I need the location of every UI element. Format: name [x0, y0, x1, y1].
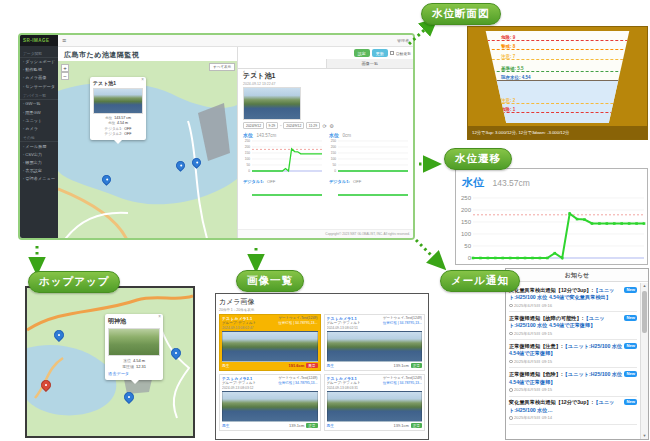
card-footer: 再生191.6cm異常 — [222, 363, 318, 368]
cross-section-area: 危険: 9警戒: 8注意: 7基準値: 5.5現在水位: 4.54注意: 2危険… — [472, 31, 643, 123]
svg-text:50: 50 — [464, 243, 471, 249]
scrollbar-thumb[interactable] — [642, 291, 647, 333]
sidebar-item[interactable]: ユニット — [20, 116, 58, 124]
notification-item[interactable]: New正常復帰通知【故障の可能性】:【ユニット:H25/100 水位 4.54値… — [509, 312, 637, 340]
svg-text:100: 100 — [461, 231, 472, 237]
location-link[interactable]: 位置情報 | 34.78795,13... — [383, 321, 422, 326]
date-from-input[interactable]: 2024/9/12 — [243, 122, 264, 129]
sidebar-item[interactable]: 帳票出力 — [20, 158, 58, 166]
cross-section-footer: 12分で3up: 3.000/12分, 12分で3down: -3.000/12… — [468, 126, 647, 139]
sidebar-item[interactable]: CSV出力 — [20, 150, 58, 158]
threshold-label: 注意: 7 — [501, 54, 515, 59]
panel-title: カメラ画像 — [219, 297, 425, 307]
row-label: 水位 — [123, 358, 131, 363]
sidebar-item[interactable]: カメラ画像 — [20, 74, 58, 82]
date-to-input[interactable]: 2024/9/12 — [283, 122, 304, 129]
camera-card[interactable]: テストカメラ3.1ゲートウェイ-Test(1249)グループ: デフォルト位置情… — [324, 374, 426, 431]
popup-row: 水位4.54 m — [93, 121, 143, 125]
settings-button[interactable]: 設定 — [354, 49, 370, 57]
zoom-in-button[interactable]: + — [61, 64, 69, 72]
sidebar-item[interactable]: ダッシュボード — [20, 58, 58, 66]
notification-item[interactable]: New変化量異常検出通知【12分で3up】:【ユニット:H25/100 水位 4… — [509, 284, 637, 312]
location-link[interactable]: 位置情報 | 34.78795,13... — [383, 381, 422, 386]
label-image-list: 画像一覧 — [236, 270, 304, 292]
popup-photo[interactable] — [108, 328, 160, 356]
popup-row: デジタル1:OFF — [93, 127, 143, 131]
svg-text:100: 100 — [245, 157, 251, 161]
gear-icon[interactable]: ⚙ — [329, 123, 333, 129]
row-value: OFF — [124, 127, 131, 131]
sidebar-item[interactable]: 管理者メニュー — [20, 175, 58, 183]
map-view[interactable]: + − すべて表示 × テスト池1 水位143.57 cm水位4.54 mデジタ… — [58, 61, 237, 240]
camera-photo[interactable] — [243, 87, 301, 120]
update-button[interactable]: 更新 — [372, 49, 388, 57]
popup-title: 明神池 — [108, 317, 160, 326]
auto-update-checkbox[interactable] — [390, 51, 394, 55]
camera-thumbnail[interactable] — [222, 331, 318, 362]
sidebar-item[interactable]: GW一覧 — [20, 100, 58, 108]
notification-title: 正常復帰通知【注意】: — [509, 343, 563, 349]
notification-item[interactable]: New変化量異常検出通知【12分で3up】:【ユニット:H25/100 水位…2… — [509, 397, 637, 425]
popup-rows: 水位143.57 cm水位4.54 mデジタル1:OFFデジタル2:OFF — [93, 116, 143, 137]
notification-time: 2025年6月5日 09:14 — [509, 415, 637, 421]
pond-title: テスト池1 — [243, 71, 408, 81]
notification-item[interactable]: New正常復帰通知【注意】:【ユニット:H25/100 水位 4.54値で正常復… — [509, 340, 637, 368]
camera-card[interactable]: テストカメラ1.1ゲートウェイ-Test(1249)グループ: デフォルト位置情… — [324, 314, 426, 371]
svg-text:150: 150 — [461, 219, 472, 225]
sidebar-item[interactable]: 雨量GW — [20, 108, 58, 116]
sidebar-item[interactable]: 表示設定 — [20, 167, 58, 175]
page-title: 広島市ため池遠隔監視 — [64, 50, 139, 60]
main-app-screenshot: SR-IMAGE データ閲覧ダッシュボード動作監視カメラ画像センサーデータデバイ… — [18, 33, 415, 240]
capture-timestamp: 2024-09-13 08:03:12 — [222, 386, 253, 390]
camera-thumbnail[interactable] — [222, 391, 318, 422]
svg-text:250: 250 — [245, 139, 251, 143]
close-icon[interactable]: × — [141, 77, 144, 82]
label-mail: メール通知 — [440, 270, 520, 292]
play-link[interactable]: 再生 — [222, 363, 230, 368]
infographic-canvas: 水位断面図 水位遷移 ホップアップ 画像一覧 メール通知 SR-IMAGE デー… — [0, 0, 650, 441]
sidebar-item[interactable]: センサーデータ — [20, 82, 58, 90]
notification-item[interactable]: New正常復帰通知【危険】:【ユニット:H25/100 水位 4.54値で正常復… — [509, 368, 637, 396]
show-all-button[interactable]: すべて表示 — [209, 63, 235, 71]
map-popup: × テスト池1 水位143.57 cm水位4.54 mデジタル1:OFFデジタル… — [90, 77, 146, 140]
camera-card[interactable]: テストカメラ1.1ゲートウェイ-Test(1249)グループ: デフォルト位置情… — [219, 314, 321, 371]
sidebar-item[interactable]: 動作監視 — [20, 66, 58, 74]
sidebar-section: データ閲覧 — [20, 48, 58, 58]
play-link[interactable]: 再生 — [222, 423, 230, 428]
row-value: 143.57 cm — [114, 116, 131, 120]
history-link[interactable]: 過去データ — [108, 371, 160, 376]
camera-thumbnail[interactable] — [327, 331, 423, 362]
clock-icon — [509, 304, 513, 308]
sidebar-item[interactable]: カメラ — [20, 124, 58, 132]
refresh-icon[interactable]: ⟳ — [323, 123, 327, 129]
result-count: 20件中 1～20件を表示 — [219, 308, 425, 312]
location-link[interactable]: 位置情報 | 34.78795,13... — [278, 381, 317, 386]
popup-rows: 水位4.54 m電圧値12.31 — [108, 358, 160, 370]
close-icon[interactable]: × — [158, 314, 161, 319]
detail-panel: 設定 更新 自動更新 ‹ › 画像一覧 テスト池1 2024-09-12 13:… — [237, 47, 413, 238]
row-value: 4.54 m — [133, 358, 145, 363]
tab-image-list[interactable]: 画像一覧 — [326, 59, 414, 68]
time-from-input[interactable]: 9:29 — [266, 122, 279, 129]
time-to-input[interactable]: 11:29 — [306, 122, 320, 129]
detail-body: テスト池1 2024-09-12 13:22:47 2024/9/12 9:29… — [238, 69, 413, 229]
status-badge: 正常 — [306, 423, 317, 428]
play-link[interactable]: 再生 — [327, 363, 335, 368]
scroll-down-icon[interactable]: ▼ — [641, 433, 648, 439]
scroll-up-icon[interactable]: ▲ — [641, 283, 648, 289]
notification-time: 2025年6月5日 09:15 — [509, 331, 637, 337]
svg-text:0: 0 — [468, 255, 472, 261]
capture-timestamp: 2024-09-12 13:22:47 — [243, 82, 408, 86]
menu-icon[interactable]: ≡ — [62, 35, 66, 47]
zoom-out-button[interactable]: − — [61, 72, 69, 80]
camera-card[interactable]: テストカメラ2.1ゲートウェイ-Test(1249)グループ: デフォルト位置情… — [219, 374, 321, 431]
location-link[interactable]: 位置情報 | 34.78795,13... — [278, 321, 317, 326]
popup-photo[interactable] — [93, 88, 143, 114]
svg-text:0: 0 — [334, 169, 336, 173]
camera-thumbnail[interactable] — [327, 391, 423, 422]
sidebar-item[interactable]: メール履歴 — [20, 142, 58, 150]
scrollbar[interactable]: ▲ ▼ — [640, 283, 648, 439]
play-link[interactable]: 再生 — [327, 423, 335, 428]
new-badge: New — [624, 371, 637, 377]
clock-icon — [509, 388, 513, 392]
